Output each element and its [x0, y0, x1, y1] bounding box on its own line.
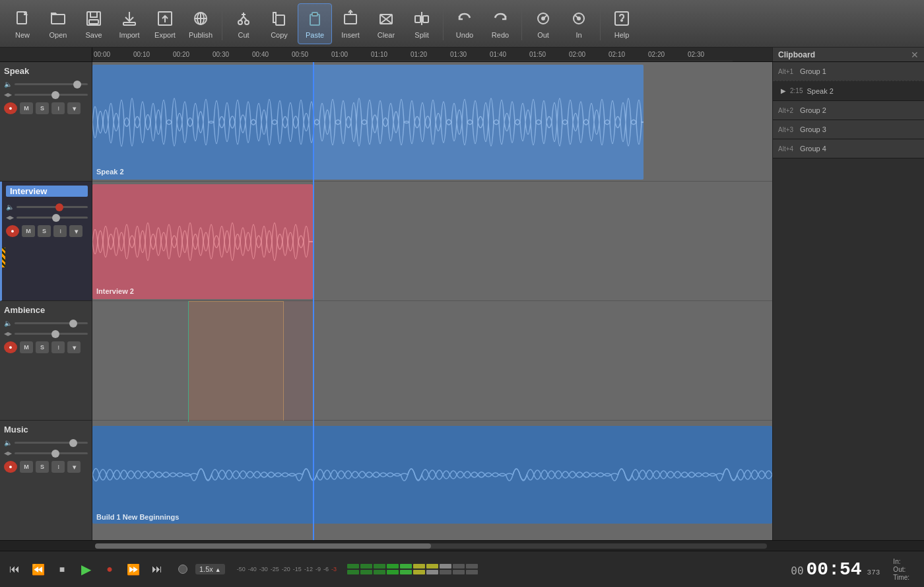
speak-record-btn[interactable]: ● [4, 102, 17, 114]
clipboard-title: Clipboard [778, 50, 815, 59]
speed-selector[interactable]: 1.5x ▲ [195, 564, 225, 574]
interview-pan-slider[interactable] [16, 217, 88, 219]
clip-time: 2:15 [790, 87, 803, 94]
rewind-button[interactable]: ⏪ [30, 561, 46, 577]
music-timeline[interactable]: Build 1 New Beginnings [92, 421, 772, 540]
time-display: 00:54 [807, 559, 862, 580]
ambience-timeline[interactable] [92, 301, 772, 421]
timeline-area[interactable]: // Generate pseudo-waveform bars inline … [92, 62, 772, 540]
in-label: In: [893, 558, 900, 565]
help-button[interactable]: Help [605, 3, 639, 44]
interview-track-name: Interview [6, 186, 88, 197]
new-button[interactable]: New [5, 3, 40, 44]
ambience-solo-btn[interactable]: S [36, 341, 49, 353]
dur-label: Time: [893, 574, 909, 581]
play-button[interactable]: ▶ [78, 561, 94, 577]
speak-mute-btn[interactable]: M [20, 102, 33, 114]
interview-mute-btn[interactable]: M [22, 225, 35, 237]
svg-rect-27 [415, 16, 420, 22]
speak-track-header: Speak 🔈 ◀▶ ● M S ⫶ ▾ [0, 62, 92, 182]
split-button[interactable]: Split [405, 3, 439, 44]
record-button[interactable]: ● [102, 561, 117, 577]
skip-to-end-button[interactable]: ⏭ [149, 561, 165, 577]
music-down-btn[interactable]: ▾ [67, 461, 81, 473]
in-button[interactable]: In [562, 3, 596, 44]
clipboard-group-3-header[interactable]: Alt+3 Group 3 [773, 120, 924, 139]
svg-rect-4 [89, 20, 98, 24]
paste-button[interactable]: Paste [298, 3, 332, 44]
speak-pan-slider[interactable] [15, 94, 88, 96]
svg-rect-21 [312, 13, 317, 16]
clipboard-item-speak2[interactable]: ▶ 2:15 Speak 2 [773, 81, 924, 100]
interview-down-btn[interactable]: ▾ [69, 225, 82, 237]
group1-shortcut: Alt+1 [778, 68, 793, 75]
export-button[interactable]: Export [148, 3, 182, 44]
undo-button[interactable]: Undo [447, 3, 482, 44]
svg-rect-1 [51, 15, 65, 24]
redo-button[interactable]: Redo [483, 3, 517, 44]
speak-volume-slider[interactable] [15, 83, 88, 85]
clipboard-group-2-header[interactable]: Alt+2 Group 2 [773, 101, 924, 120]
open-button[interactable]: Open [41, 3, 75, 44]
music-solo-btn[interactable]: S [36, 461, 49, 473]
svg-rect-57 [92, 426, 772, 524]
play-small-icon[interactable]: ▶ [781, 87, 786, 94]
scrollbar-thumb[interactable] [95, 543, 431, 549]
interview-clip[interactable]: Interview 2 [92, 184, 313, 299]
interview-clip-label: Interview 2 [96, 287, 134, 295]
interview-eq-btn[interactable]: ⫶ [53, 225, 67, 237]
insert-button[interactable]: Insert [333, 3, 368, 44]
toolbar-separator-3 [521, 7, 522, 40]
group3-shortcut: Alt+3 [778, 126, 793, 133]
pan-icon-2: ◀▶ [6, 215, 14, 221]
music-record-btn[interactable]: ● [4, 461, 17, 473]
ambience-volume-slider[interactable] [15, 322, 88, 324]
bottom-bar: ⏮ ⏪ ■ ▶ ● ⏩ ⏭ 1.5x ▲ -50 -40 -30 -25 -20… [0, 551, 924, 587]
music-clip[interactable]: Build 1 New Beginnings [92, 426, 772, 524]
out-label: Out: [893, 566, 906, 573]
music-pan-slider[interactable] [15, 452, 88, 454]
music-eq-btn[interactable]: ⫶ [51, 461, 65, 473]
timeline-scrollbar[interactable] [95, 543, 767, 549]
music-volume-slider[interactable] [15, 442, 88, 444]
svg-rect-55 [92, 65, 644, 180]
ambience-down-btn[interactable]: ▾ [67, 341, 81, 353]
ambience-pan-slider[interactable] [15, 333, 88, 335]
clipboard-group-1-header[interactable]: Alt+1 Group 1 [773, 62, 924, 81]
clear-button[interactable]: Clear [369, 3, 403, 44]
interview-timeline[interactable]: Interview 2 [92, 182, 772, 301]
stop-button[interactable]: ■ [54, 561, 70, 577]
publish-button[interactable]: Publish [183, 3, 218, 44]
volume-icon-3: 🔈 [4, 320, 12, 327]
fast-forward-button[interactable]: ⏩ [125, 561, 141, 577]
speak-clip[interactable]: // Generate pseudo-waveform bars inline … [92, 65, 644, 180]
out-button[interactable]: Out [526, 3, 560, 44]
svg-text:00:50: 00:50 [292, 51, 308, 58]
copy-button[interactable]: Copy [262, 3, 296, 44]
interview-volume-slider[interactable] [16, 206, 88, 208]
ambience-eq-btn[interactable]: ⫶ [51, 341, 65, 353]
svg-rect-56 [92, 184, 313, 299]
import-button[interactable]: Import [112, 3, 147, 44]
ambience-track-name: Ambience [4, 305, 88, 315]
ambience-track-header: Ambience 🔈 ◀▶ ● M S ⫶ ▾ [0, 301, 92, 421]
interview-solo-btn[interactable]: S [38, 225, 51, 237]
skip-to-start-button[interactable]: ⏮ [7, 561, 22, 577]
speak-timeline[interactable]: // Generate pseudo-waveform bars inline … [92, 62, 772, 182]
ambience-mute-btn[interactable]: M [20, 341, 33, 353]
music-mute-btn[interactable]: M [20, 461, 33, 473]
save-button[interactable]: Save [77, 3, 111, 44]
speak-down-btn[interactable]: ▾ [67, 102, 81, 114]
vu-meter-labels: -50 -40 -30 -25 -20 -15 -12 -9 -6 -3 [237, 566, 337, 572]
vu-bar [347, 564, 359, 569]
svg-text:00:30: 00:30 [213, 51, 229, 58]
cut-button[interactable]: Cut [226, 3, 261, 44]
ambience-record-btn[interactable]: ● [4, 341, 17, 353]
interview-record-btn[interactable]: ● [6, 225, 19, 237]
close-icon[interactable]: ✕ [911, 50, 919, 60]
group2-label: Group 2 [800, 106, 826, 114]
speak-solo-btn[interactable]: S [36, 102, 49, 114]
speak-eq-btn[interactable]: ⫶ [51, 102, 65, 114]
clipboard-panel: Alt+1 Group 1 ▶ 2:15 Speak 2 Alt+2 Group… [772, 62, 924, 540]
clipboard-group-4-header[interactable]: Alt+4 Group 4 [773, 139, 924, 158]
